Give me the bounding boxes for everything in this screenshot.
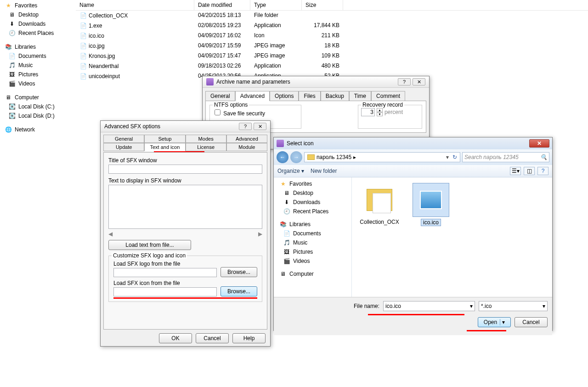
filter-combo[interactable]: *.ico ▾	[479, 301, 548, 311]
tab-modes[interactable]: Modes	[186, 135, 226, 143]
back-button[interactable]: ←	[277, 151, 288, 163]
address-bar[interactable]: пароль 12345 ▸ ▾ ↻	[304, 152, 460, 162]
help-button[interactable]: ?	[537, 167, 548, 175]
tab-license[interactable]: License	[186, 143, 226, 151]
new-folder-button[interactable]: New folder	[311, 168, 337, 174]
sel-nav-documents[interactable]: 📄Documents	[275, 229, 351, 238]
preview-pane-button[interactable]: ◫	[524, 167, 535, 175]
sel-nav-libraries[interactable]: 📚Libraries	[275, 220, 351, 229]
nav-documents[interactable]: 📄Documents	[0, 51, 76, 61]
spinner-up[interactable]: ▲	[377, 108, 383, 112]
file-row[interactable]: 📄ico.ico04/09/2017 16:02Icon211 KB	[76, 31, 588, 41]
sfx-title-input[interactable]	[108, 165, 262, 174]
icon-input[interactable]	[113, 287, 217, 296]
icon-label: Load SFX icon from the file	[113, 280, 217, 286]
view-mode-button[interactable]: ☰▾	[510, 167, 521, 175]
tab-module[interactable]: Module	[226, 143, 267, 151]
nav-disk-c[interactable]: 💽Local Disk (C:)	[0, 102, 76, 111]
tab-update[interactable]: Update	[103, 143, 144, 151]
sel-nav-recent[interactable]: 🕘Recent Places	[275, 207, 351, 216]
help-button[interactable]: ?	[398, 78, 411, 85]
sel-nav-videos[interactable]: 🎬Videos	[275, 256, 351, 266]
cancel-button[interactable]: Cancel	[514, 317, 548, 327]
sel-nav-desktop[interactable]: 🖥Desktop	[275, 188, 351, 198]
col-date-header[interactable]: Date modified	[194, 0, 250, 10]
close-button[interactable]: ✕	[254, 123, 266, 130]
nav-computer[interactable]: 🖥Computer	[0, 93, 76, 102]
computer-icon: 🖥	[279, 270, 287, 278]
tab-advanced[interactable]: Advanced	[235, 91, 270, 101]
sel-nav-music[interactable]: 🎵Music	[275, 238, 351, 247]
nav-network[interactable]: 🌐Network	[0, 125, 76, 134]
sel-nav-pictures[interactable]: 🖼Pictures	[275, 247, 351, 256]
recovery-fieldset: Recovery record ▲ ▼ percent	[358, 105, 422, 129]
sel-nav-favorites[interactable]: ★Favorites	[275, 179, 351, 188]
nav-music[interactable]: 🎵Music	[0, 61, 76, 70]
close-button[interactable]: ✕	[413, 78, 425, 85]
tab-options[interactable]: Options	[270, 91, 299, 101]
ok-button[interactable]: OK	[159, 333, 192, 343]
file-icon: 📄	[79, 52, 87, 60]
sel-nav-downloads[interactable]: ⬇Downloads	[275, 198, 351, 207]
nav-desktop[interactable]: 🖥Desktop	[0, 10, 76, 19]
sel-nav-computer[interactable]: 🖥Computer	[275, 269, 351, 279]
open-button[interactable]: Open ▾	[478, 317, 511, 327]
file-name: ico.ico	[89, 33, 104, 39]
cancel-button[interactable]: Cancel	[196, 333, 229, 343]
help-button[interactable]: ?	[239, 123, 252, 130]
open-split-icon[interactable]: ▾	[500, 319, 505, 325]
sfx-text-area[interactable]	[108, 185, 262, 229]
explorer-nav-panel: ★ Favorites 🖥Desktop ⬇Downloads 🕘Recent …	[0, 0, 76, 184]
logo-input[interactable]	[113, 268, 217, 277]
tab-files[interactable]: Files	[299, 91, 320, 101]
file-row[interactable]: 📄1.exe02/08/2015 19:23Application17,844 …	[76, 21, 588, 31]
ntfs-checkbox-row[interactable]: Save file security	[213, 110, 265, 117]
col-size-header[interactable]: Size	[302, 0, 343, 10]
tab-time[interactable]: Time	[349, 91, 371, 101]
scroll-left[interactable]: ◀	[108, 231, 113, 237]
file-row[interactable]: 📄Kronos.jpg04/09/2017 15:47JPEG image109…	[76, 51, 588, 61]
refresh-icon[interactable]: ↻	[452, 154, 457, 160]
close-button[interactable]: ✕	[529, 139, 549, 148]
file-row[interactable]: 📄ico.jpg04/09/2017 15:59JPEG image18 KB	[76, 41, 588, 51]
tab-advanced[interactable]: Advanced	[226, 135, 267, 143]
tab-text-and-icon[interactable]: Text and icon	[144, 143, 185, 151]
nav-videos[interactable]: 🎬Videos	[0, 79, 76, 88]
filename-combo[interactable]: ico.ico ▾	[383, 301, 475, 311]
file-row[interactable]: 📄Neanderthal09/18/2013 02:26Application4…	[76, 61, 588, 71]
thumb-item[interactable]: Collection_OCX	[357, 183, 401, 225]
nav-downloads[interactable]: ⬇Downloads	[0, 19, 76, 28]
col-type-header[interactable]: Type	[250, 0, 302, 10]
tab-comment[interactable]: Comment	[371, 91, 405, 101]
ntfs-checkbox[interactable]	[215, 109, 220, 115]
tab-general[interactable]: General	[103, 135, 144, 143]
search-input[interactable]: Search пароль 12345 🔍	[462, 152, 549, 162]
address-bar-row: ← → пароль 12345 ▸ ▾ ↻ Search пароль 123…	[274, 149, 552, 165]
scroll-right[interactable]: ▶	[258, 231, 262, 237]
nav-libraries[interactable]: 📚Libraries	[0, 42, 76, 51]
recovery-input[interactable]	[361, 108, 375, 116]
file-size: 109 KB	[302, 52, 343, 60]
select-icon-toolbar: Organize ▾ New folder ☰▾ ◫ ?	[274, 165, 552, 177]
icon-browse-button[interactable]: Browse...	[220, 286, 257, 296]
tab-general[interactable]: General	[205, 91, 235, 101]
nav-recent[interactable]: 🕘Recent Places	[0, 28, 76, 38]
tab-backup[interactable]: Backup	[321, 91, 349, 101]
col-name-header[interactable]: Name	[76, 0, 194, 10]
organize-button[interactable]: Organize ▾	[277, 168, 304, 174]
nav-disk-d[interactable]: 💽Local Disk (D:)	[0, 111, 76, 120]
dropdown-icon[interactable]: ▾	[446, 154, 449, 160]
spinner-down[interactable]: ▼	[377, 112, 383, 116]
logo-browse-button[interactable]: Browse...	[220, 267, 257, 277]
sfx-text-label: Text to display in SFX window	[108, 177, 262, 184]
file-name: Neanderthal	[89, 63, 119, 69]
load-text-button[interactable]: Load text from file...	[108, 240, 191, 250]
forward-button[interactable]: →	[290, 151, 302, 163]
thumb-item[interactable]: ico.ico	[409, 183, 453, 226]
help-button[interactable]: Help	[232, 333, 266, 343]
disk-icon: 💽	[8, 112, 16, 120]
tab-setup[interactable]: Setup	[144, 135, 185, 143]
file-row[interactable]: 📄Collection_OCX04/20/2015 18:13File fold…	[76, 11, 588, 21]
nav-favorites[interactable]: ★ Favorites	[0, 1, 76, 10]
nav-pictures[interactable]: 🖼Pictures	[0, 70, 76, 79]
